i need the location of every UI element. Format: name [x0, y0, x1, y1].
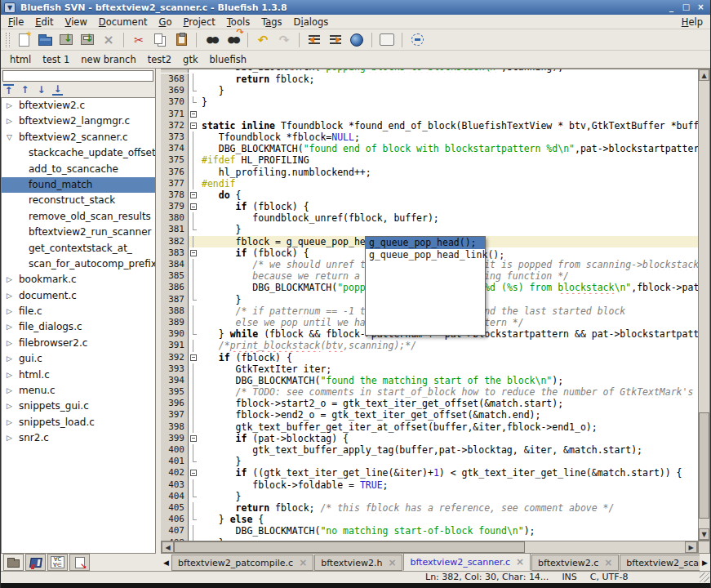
menu-help[interactable]: Help [676, 16, 709, 29]
special-chars-button[interactable] [376, 30, 398, 50]
scroll-left-icon[interactable]: ◀ [162, 541, 174, 553]
fold-margin[interactable] [189, 398, 198, 409]
find-replace-button[interactable]: ●● [222, 30, 243, 50]
code-line-394[interactable]: 394 DBG_BLOCKMATCH("found the matching s… [161, 375, 698, 386]
tree-item-bftextview2.c[interactable]: ▷bftextview2.c [2, 98, 155, 114]
close-tab-icon[interactable]: × [299, 559, 307, 567]
code-line-378[interactable]: 378 do { [161, 189, 698, 201]
code-line-374[interactable]: 374 DBG_BLOCKMATCH("found end of block w… [161, 143, 698, 154]
code-line-368[interactable]: 368 return fblock; [161, 74, 698, 85]
fold-margin[interactable] [189, 352, 198, 363]
bookmark-first-icon[interactable]: ↑ [3, 84, 14, 96]
fold-margin[interactable] [189, 270, 198, 282]
close-window-icon[interactable]: × [695, 2, 707, 13]
fold-margin[interactable] [189, 74, 198, 85]
quickbar-item-new-branch[interactable]: new branch [75, 52, 141, 67]
fold-margin[interactable] [189, 433, 198, 444]
fold-margin[interactable] [189, 479, 198, 491]
code-line-377[interactable]: 377#endif [161, 178, 698, 189]
menu-view[interactable]: View [60, 16, 93, 29]
expand-icon[interactable]: ▷ [7, 98, 12, 114]
fold-margin[interactable] [189, 363, 198, 375]
tree-item-snippets_gui.c[interactable]: ▷snippets_gui.c [2, 399, 155, 414]
fold-margin[interactable] [189, 294, 198, 305]
code-line-391[interactable]: 391 /*print_blockstack(btv,scanning);*/ [161, 340, 698, 351]
tabs-scroll-left-icon[interactable]: ◀ [161, 555, 171, 571]
code-line-393[interactable]: 393 GtkTextIter iter; [161, 363, 698, 375]
fold-margin[interactable] [189, 247, 198, 259]
menu-edit[interactable]: Edit [29, 16, 59, 29]
paste-button[interactable] [171, 30, 192, 50]
expand-icon[interactable]: ▷ [7, 430, 12, 446]
expand-icon[interactable]: ▷ [7, 351, 12, 367]
code-line-375[interactable]: 375#ifdef HL_PROFILING [161, 154, 698, 166]
autocomplete-item[interactable]: g_queue_pop_head_link(); [366, 249, 485, 261]
code-line-398[interactable]: 398 gtk_text_buffer_get_iter_at_offset(b… [161, 421, 698, 433]
doc-tab-bftextview2_patcompile.c[interactable]: bftextview2_patcompile.c× [171, 555, 313, 571]
save-as-button[interactable] [77, 30, 98, 50]
find-button[interactable]: ●● [201, 30, 222, 50]
tree-item-scan_for_autocomp_prefix[interactable]: scan_for_autocomp_prefix [2, 256, 155, 272]
code-line-399[interactable]: 399 if (pat->blocktag) { [161, 433, 698, 444]
menu-document[interactable]: Document [93, 16, 153, 29]
scroll-up-icon[interactable]: ▲ [699, 69, 709, 81]
fullscreen-button[interactable] [407, 30, 428, 50]
indent-button[interactable] [325, 30, 346, 50]
horizontal-scrollbar[interactable]: ◀ ▶ [161, 541, 698, 554]
cut-button[interactable]: ✂ [128, 30, 149, 50]
code-line-397[interactable]: 397 fblock->end2_o = gtk_text_iter_get_o… [161, 409, 698, 421]
expand-icon[interactable]: ▷ [7, 319, 12, 335]
quickbar-item-test-1[interactable]: test 1 [37, 52, 75, 67]
code-line-406[interactable]: 406 } else { [161, 514, 698, 525]
tree-item-bftextview2_langmgr.c[interactable]: ▷bftextview2_langmgr.c [2, 114, 155, 129]
fold-margin[interactable] [189, 282, 198, 293]
scroll-down-icon[interactable]: ▼ [699, 528, 709, 540]
fold-margin[interactable] [189, 456, 198, 467]
new-document-button[interactable] [13, 30, 34, 50]
quickbar-item-test2[interactable]: test2 [142, 52, 177, 67]
expand-icon[interactable]: ▷ [7, 415, 12, 430]
fold-margin[interactable] [189, 305, 198, 317]
fold-margin[interactable] [189, 259, 198, 270]
fold-margin[interactable] [189, 189, 198, 201]
maximize-icon[interactable]: □ [680, 2, 692, 13]
menu-tags[interactable]: Tags [256, 16, 287, 29]
code-line-395[interactable]: 395 /* TODO: see comments in start_of_bl… [161, 386, 698, 398]
save-button[interactable] [56, 30, 77, 50]
fold-margin[interactable] [189, 491, 198, 502]
expand-icon[interactable]: ▷ [7, 399, 12, 414]
fold-margin[interactable] [189, 537, 198, 541]
tree-item-document.c[interactable]: ▷document.c [2, 288, 155, 304]
tree-item-snippets_load.c[interactable]: ▷snippets_load.c [2, 415, 155, 430]
fold-margin[interactable] [189, 514, 198, 525]
fold-margin[interactable] [189, 328, 198, 340]
toolbar-grip[interactable] [6, 33, 10, 47]
close-tab-icon[interactable]: × [388, 559, 396, 567]
code-line-403[interactable]: 403 fblock->foldable = TRUE; [161, 479, 698, 491]
fold-margin[interactable] [189, 525, 198, 537]
vertical-scroll-thumb[interactable] [699, 412, 709, 519]
fold-margin[interactable] [189, 386, 198, 398]
fold-margin[interactable] [189, 178, 198, 189]
code-view[interactable]: DBG_BLOCKMATCH("popping blocks to blocks… [161, 69, 698, 541]
fold-margin[interactable] [189, 167, 198, 178]
autocomplete-item[interactable]: g_queue_pop_head(); [366, 237, 485, 249]
doc-tab-bftextview2_scanner.c[interactable]: bftextview2_scanner.c× [403, 553, 531, 571]
tree-item-bftextview2_run_scanner[interactable]: bftextview2_run_scanner [2, 225, 155, 240]
code-line-376[interactable]: 376 hl_profiling.numblockend++; [161, 167, 698, 178]
unindent-button[interactable] [304, 30, 325, 50]
fold-margin[interactable] [189, 143, 198, 154]
window-menu-icon[interactable]: ▼ [4, 2, 16, 13]
bookmarks-panel-tab[interactable] [25, 554, 46, 571]
code-line-370[interactable]: 370} [161, 96, 698, 108]
tree-item-bftextview2_scanner.c[interactable]: ▽bftextview2_scanner.c [2, 130, 155, 145]
tabs-scroll-right-icon[interactable]: ▶ [700, 555, 710, 571]
fold-margin[interactable] [189, 421, 198, 433]
close-button[interactable]: × [98, 30, 119, 50]
expand-icon[interactable]: ▷ [7, 383, 12, 399]
tree-item-stackcache_update_offsets[interactable]: stackcache_update_offsets [2, 145, 155, 161]
code-line-372[interactable]: 372static inline Tfoundblock *found_end_… [161, 120, 698, 131]
code-line-400[interactable]: 400 gtk_text_buffer_apply_tag(buffer,pat… [161, 444, 698, 456]
code-line-392[interactable]: 392 if (fblock) { [161, 352, 698, 363]
expand-icon[interactable]: ▷ [7, 304, 12, 319]
